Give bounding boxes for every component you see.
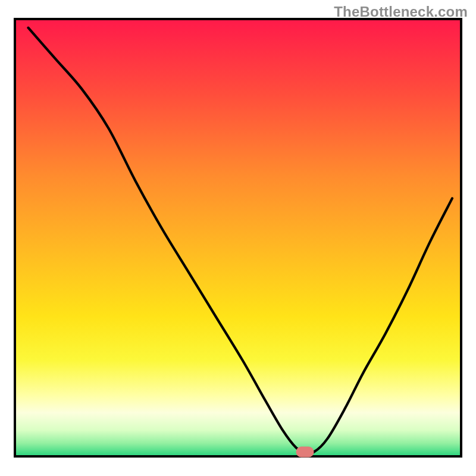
plot-background (15, 19, 461, 456)
watermark-text: TheBottleneck.com (334, 4, 468, 20)
bottleneck-chart: TheBottleneck.com (0, 0, 476, 476)
chart-svg (0, 0, 476, 476)
optimal-range-marker (296, 447, 314, 458)
